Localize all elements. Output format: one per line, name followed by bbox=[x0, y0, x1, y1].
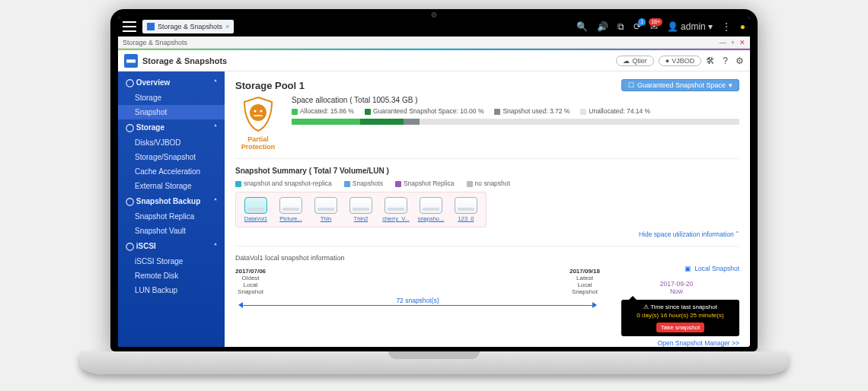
summary-title: Snapshot Summary ( Total 7 Volume/LUN ) bbox=[235, 167, 739, 175]
sidebar-group[interactable]: ◯ iSCSI˄ bbox=[118, 238, 225, 254]
allocation-legend: Allocated: 15.86 %Guaranteed Snapshot Sp… bbox=[292, 107, 739, 115]
tools-icon[interactable]: 🛠 bbox=[706, 56, 715, 66]
shield-icon bbox=[241, 96, 275, 132]
menu-icon[interactable] bbox=[123, 21, 136, 32]
protection-label: Partial Protection bbox=[235, 135, 281, 151]
dashboard-icon[interactable]: ⧉ bbox=[617, 21, 624, 32]
help-icon[interactable]: ● bbox=[740, 21, 745, 32]
qtier-button[interactable]: ☁ Qtier bbox=[616, 56, 654, 66]
now-label: Now bbox=[614, 288, 739, 295]
sidebar-item[interactable]: Snapshot bbox=[118, 105, 225, 119]
volume-row: DataVol1Picture...ThinThin2cherry_V...sn… bbox=[235, 192, 487, 227]
sidebar-item[interactable]: Cache Acceleration bbox=[118, 164, 225, 179]
sidebar: ◯ Overview˄StorageSnapshot◯ Storage˄Disk… bbox=[118, 72, 225, 347]
os-topbar: Storage & Snapshots × 🔍 🔊 ⧉ ⟳1 ✉18+ 👤 ad… bbox=[118, 17, 750, 37]
volume-item[interactable]: Picture... bbox=[276, 197, 306, 222]
sidebar-item[interactable]: Snapshot Vault bbox=[118, 224, 225, 238]
hide-info-link[interactable]: Hide space utilization information ˄ bbox=[235, 230, 739, 238]
legend-item: Allocated: 15.86 % bbox=[292, 107, 354, 115]
laptop-base bbox=[80, 351, 788, 374]
close-window-icon[interactable]: ✕ bbox=[739, 39, 745, 46]
breadcrumb-bar: Storage & Snapshots — + ✕ bbox=[118, 37, 750, 49]
allocation-bar bbox=[292, 119, 739, 125]
app-header: Storage & Snapshots ☁ Qtier ● VJBOD 🛠 ? … bbox=[118, 50, 750, 72]
latest-snapshot: 2017/09/18 Latest Local Snapshot bbox=[570, 268, 600, 295]
breadcrumb: Storage & Snapshots bbox=[123, 39, 187, 46]
app-title: Storage & Snapshots bbox=[142, 56, 227, 65]
vjbod-button[interactable]: ● VJBOD bbox=[659, 56, 701, 66]
allocation-title: Space allocation ( Total 1005.34 GB ) bbox=[292, 96, 739, 104]
sidebar-item[interactable]: Storage bbox=[118, 91, 225, 105]
tab-icon bbox=[147, 23, 155, 30]
legend-item: Guaranteed Snapshot Space: 10.00 % bbox=[365, 107, 484, 115]
take-snapshot-button[interactable]: Take snapshot bbox=[656, 323, 705, 332]
user-menu[interactable]: 👤 admin ▾ bbox=[667, 21, 713, 32]
disk-icon bbox=[279, 197, 302, 214]
timeline-vol-label: DataVol1 local snapshot information bbox=[235, 254, 739, 262]
sidebar-item[interactable]: Snapshot Replica bbox=[118, 209, 225, 224]
volume-item[interactable]: 123_0 bbox=[451, 197, 481, 222]
sidebar-item[interactable]: iSCSI Storage bbox=[118, 254, 225, 269]
volume-item[interactable]: cherry_V... bbox=[381, 197, 411, 222]
legend-item: Unallocated: 74.14 % bbox=[580, 107, 650, 115]
type-legend-item: Snapshots bbox=[344, 180, 383, 187]
tab-label: Storage & Snapshots bbox=[158, 23, 222, 30]
screen-bezel: Storage & Snapshots × 🔍 🔊 ⧉ ⟳1 ✉18+ 👤 ad… bbox=[110, 9, 758, 351]
app-body: ◯ Overview˄StorageSnapshot◯ Storage˄Disk… bbox=[118, 72, 750, 347]
window-controls: — + ✕ bbox=[720, 39, 745, 46]
refresh-icon[interactable]: ⟳1 bbox=[633, 21, 641, 32]
open-snapshot-manager-link[interactable]: Open Snapshot Manager >> bbox=[614, 339, 739, 347]
more-icon[interactable]: ⋮ bbox=[722, 21, 731, 32]
sidebar-item[interactable]: External Storage bbox=[118, 179, 225, 193]
disk-icon bbox=[244, 197, 267, 214]
sidebar-item[interactable]: Disks/VJBOD bbox=[118, 135, 225, 150]
laptop-frame: Storage & Snapshots × 🔍 🔊 ⧉ ⟳1 ✉18+ 👤 ad… bbox=[80, 9, 788, 382]
help-icon[interactable]: ? bbox=[723, 56, 728, 66]
svg-point-0 bbox=[250, 104, 266, 121]
page-title: Storage Pool 1 bbox=[235, 80, 305, 91]
sidebar-item[interactable]: LUN Backup bbox=[118, 283, 225, 297]
sidebar-group[interactable]: ◯ Overview˄ bbox=[118, 75, 225, 91]
disk-icon bbox=[385, 197, 407, 214]
sidebar-item[interactable]: Remote Disk bbox=[118, 269, 225, 283]
minimize-icon[interactable]: — bbox=[720, 39, 726, 46]
gear-icon[interactable]: ⚙ bbox=[736, 56, 744, 66]
svg-point-1 bbox=[254, 110, 256, 112]
now-date: 2017-09-20 bbox=[614, 280, 739, 288]
type-legend: snapshot and snapshot-replicaSnapshotsSn… bbox=[235, 180, 739, 187]
protection-badge: Partial Protection bbox=[235, 96, 281, 151]
volume-item[interactable]: Thin bbox=[311, 197, 341, 222]
disk-icon bbox=[349, 197, 372, 214]
snapshot-tooltip: ⚠ Time since last snapshot 0 day(s) 16 h… bbox=[621, 300, 739, 336]
disk-icon bbox=[420, 197, 442, 214]
svg-point-2 bbox=[260, 110, 262, 112]
sidebar-item[interactable]: Storage/Snapshot bbox=[118, 150, 225, 164]
type-legend-item: snapshot and snapshot-replica bbox=[235, 180, 332, 187]
notification-icon[interactable]: ✉18+ bbox=[650, 21, 658, 32]
window-tab[interactable]: Storage & Snapshots × bbox=[142, 20, 234, 33]
sidebar-group[interactable]: ◯ Storage˄ bbox=[118, 119, 225, 135]
oldest-snapshot: 2017/07/06 Oldest Local Snapshot bbox=[235, 268, 266, 295]
type-legend-item: no snapshot bbox=[467, 180, 510, 187]
close-icon[interactable]: × bbox=[225, 23, 229, 30]
app-logo-icon bbox=[124, 54, 138, 68]
sidebar-group[interactable]: ◯ Snapshot Backup˄ bbox=[118, 193, 225, 209]
main-panel: Storage Pool 1 ☐ Guaranteed Snapshot Spa… bbox=[225, 72, 750, 347]
maximize-icon[interactable]: + bbox=[731, 39, 735, 46]
camera-dot bbox=[432, 12, 437, 17]
volume-item[interactable]: Thin2 bbox=[346, 197, 376, 222]
snapshot-timeline: 2017/07/06 Oldest Local Snapshot 2017/09… bbox=[235, 265, 600, 347]
volume-item[interactable]: snapsho... bbox=[416, 197, 446, 222]
legend-item: Snapshot used: 3.72 % bbox=[494, 107, 570, 115]
disk-icon bbox=[314, 197, 337, 214]
snapshot-count: 72 snapshot(s) bbox=[235, 297, 600, 304]
volume-item[interactable]: DataVol1 bbox=[241, 197, 271, 222]
disk-icon bbox=[455, 197, 477, 214]
search-icon[interactable]: 🔍 bbox=[576, 21, 588, 32]
guaranteed-space-button[interactable]: ☐ Guaranteed Snapshot Space ▾ bbox=[621, 79, 739, 91]
timeline-right: ▣ Local Snapshot 2017-09-20 Now ⚠ Time s… bbox=[614, 265, 739, 347]
topbar-icons: 🔍 🔊 ⧉ ⟳1 ✉18+ 👤 admin ▾ ⋮ ● bbox=[576, 21, 745, 32]
screen: Storage & Snapshots × 🔍 🔊 ⧉ ⟳1 ✉18+ 👤 ad… bbox=[118, 17, 750, 347]
volume-icon[interactable]: 🔊 bbox=[597, 21, 608, 32]
type-legend-item: Snapshot Replica bbox=[395, 180, 455, 187]
